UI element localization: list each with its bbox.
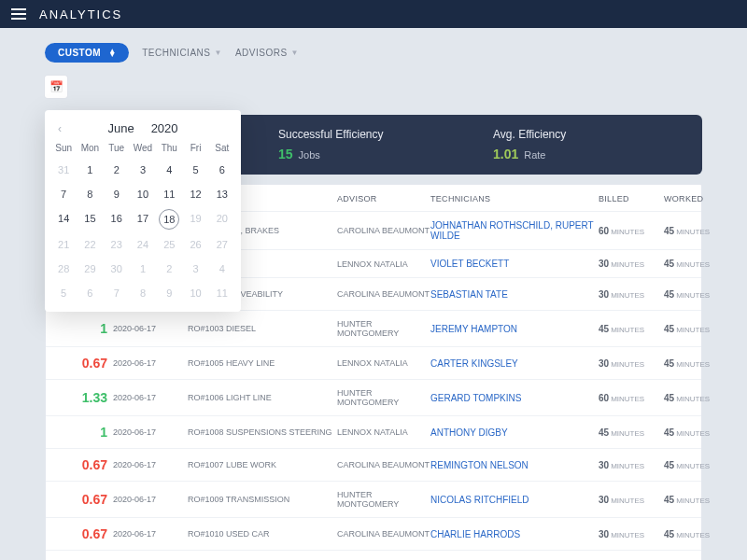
- cell-technicians[interactable]: JEREMY HAMPTON: [430, 324, 599, 334]
- cell-technicians[interactable]: CHARLIE HARRODS: [430, 529, 599, 539]
- cell-job: RO#1009 TRANSMISSION: [188, 495, 337, 504]
- table-row[interactable]: 0.672020-06-17RO#1005 HEAVY LINELENNOX N…: [46, 346, 701, 379]
- metric-successful: Successful Efficiency 15Jobs: [278, 128, 469, 161]
- calendar-month[interactable]: June: [107, 121, 134, 135]
- calendar-day[interactable]: 5: [182, 161, 208, 179]
- calendar-day[interactable]: 11: [156, 185, 182, 203]
- cell-job: RO#1003 DIESEL: [188, 324, 337, 333]
- cell-technicians[interactable]: ANTHONY DIGBY: [430, 427, 599, 438]
- cell-technicians[interactable]: SEBASTIAN TATE: [430, 289, 599, 300]
- cell-technicians[interactable]: VIOLET BECKETT: [430, 259, 599, 269]
- cell-date: 2020-06-17: [113, 460, 188, 469]
- calendar-day[interactable]: 8: [77, 185, 103, 203]
- calendar-dow: Sun: [50, 141, 77, 155]
- calendar-day: 2: [156, 259, 182, 278]
- cell-worked: 45MINUTES: [664, 289, 729, 300]
- calendar-day[interactable]: 9: [104, 185, 130, 203]
- calendar-day[interactable]: 4: [156, 161, 182, 179]
- table-row[interactable]: 0.672020-06-17RO#1009 TRANSMISSIONHUNTER…: [46, 481, 701, 517]
- cell-billed: 30MINUTES: [599, 358, 664, 369]
- cell-advisor: CAROLINA BEAUMONT: [337, 226, 430, 235]
- cell-worked: 45MINUTES: [664, 495, 729, 505]
- cell-technicians[interactable]: GERARD TOMPKINS: [430, 393, 599, 403]
- calendar-day: 11: [209, 284, 235, 302]
- cell-technicians[interactable]: JOHNATHAN ROTHSCHILDRUPERT WILDE: [430, 220, 599, 241]
- cell-worked: 45MINUTES: [664, 393, 729, 403]
- topbar: ANALYTICS: [0, 0, 747, 28]
- cell-billed: 30MINUTES: [599, 259, 664, 269]
- table-row[interactable]: 1.332020-06-17RO#1006 LIGHT LINEHUNTER M…: [46, 379, 701, 415]
- calendar-day[interactable]: 17: [130, 209, 156, 230]
- calendar-day: 31: [50, 161, 77, 179]
- cell-efficiency: 1.33: [57, 390, 113, 405]
- table-row[interactable]: 1.332020-06-17RO#1011 APPROVED WORK, BRA…: [46, 550, 701, 560]
- calendar-day: 25: [156, 235, 182, 254]
- table-row[interactable]: 0.672020-06-17RO#1010 USED CARCAROLINA B…: [46, 517, 701, 550]
- calendar-day[interactable]: 7: [50, 185, 77, 203]
- calendar-day[interactable]: 12: [182, 185, 208, 203]
- calendar-day[interactable]: 15: [77, 209, 103, 230]
- cell-worked: 45MINUTES: [664, 358, 729, 369]
- table-row[interactable]: 0.672020-06-17RO#1007 LUBE WORKCAROLINA …: [46, 448, 701, 481]
- calendar-day: 7: [104, 284, 130, 302]
- updown-icon: ▲▼: [108, 49, 116, 57]
- cell-worked: 45MINUTES: [664, 226, 729, 236]
- calendar-dow: Fri: [182, 141, 208, 155]
- cell-technicians[interactable]: REMINGTON NELSON: [430, 460, 599, 470]
- page-title: ANALYTICS: [39, 7, 122, 21]
- calendar-day: 28: [50, 259, 77, 278]
- date-range-pill[interactable]: CUSTOM ▲▼: [45, 43, 129, 63]
- cell-billed: 30MINUTES: [599, 529, 664, 539]
- calendar-dow: Sat: [209, 141, 235, 155]
- calendar-prev-icon[interactable]: ‹: [58, 122, 62, 135]
- filter-advisors[interactable]: ADVISORS▼: [235, 48, 299, 58]
- cell-efficiency: 0.67: [57, 492, 113, 507]
- cell-date: 2020-06-17: [113, 529, 188, 539]
- cell-worked: 45MINUTES: [664, 259, 729, 269]
- calendar-grid: SunMonTueWedThuFriSat3112345678910111213…: [50, 141, 235, 302]
- calendar-day: 26: [182, 235, 208, 254]
- calendar-day: 27: [209, 235, 235, 254]
- cell-worked: 45MINUTES: [664, 324, 729, 334]
- cell-date: 2020-06-17: [113, 495, 188, 504]
- cell-billed: 30MINUTES: [599, 460, 664, 470]
- calendar-dow: Mon: [77, 141, 103, 155]
- cell-billed: 45MINUTES: [599, 324, 664, 334]
- calendar-day[interactable]: 1: [77, 161, 103, 179]
- calendar-day[interactable]: 13: [209, 185, 235, 203]
- calendar-day: 30: [104, 259, 130, 278]
- cell-advisor: LENNOX NATALIA: [337, 259, 430, 269]
- cell-technicians[interactable]: CARTER KINGSLEY: [430, 358, 599, 369]
- calendar-day[interactable]: 2: [104, 161, 130, 179]
- cell-efficiency: 0.67: [57, 526, 113, 541]
- cell-job: RO#1008 SUSPENSIONS STEERING: [188, 427, 337, 437]
- table-row[interactable]: 12020-06-17RO#1003 DIESELHUNTER MONTGOME…: [46, 310, 701, 346]
- calendar-year[interactable]: 2020: [151, 121, 178, 135]
- calendar-day: 8: [130, 284, 156, 302]
- calendar-day: 6: [77, 284, 103, 302]
- cell-advisor: CAROLINA BEAUMONT: [337, 460, 430, 469]
- calendar-day[interactable]: 18: [159, 209, 179, 230]
- calendar-icon: 📅: [49, 80, 63, 93]
- filters-row: CUSTOM ▲▼ TECHNICIANS▼ ADVISORS▼: [45, 43, 702, 63]
- cell-advisor: HUNTER MONTGOMERY: [337, 490, 430, 509]
- calendar-day[interactable]: 16: [104, 209, 130, 230]
- date-range-label: CUSTOM: [58, 48, 101, 58]
- filter-technicians[interactable]: TECHNICIANS▼: [142, 48, 222, 58]
- cell-advisor: HUNTER MONTGOMERY: [337, 319, 430, 338]
- calendar-day[interactable]: 14: [50, 209, 77, 230]
- metric-avg: Avg. Efficiency 1.01Rate: [493, 128, 684, 161]
- page-body: CUSTOM ▲▼ TECHNICIANS▼ ADVISORS▼ 📅 ‹ Jun…: [0, 28, 747, 560]
- calendar-day: 9: [156, 284, 182, 302]
- cell-worked: 45MINUTES: [664, 529, 729, 539]
- menu-icon[interactable]: [11, 8, 26, 20]
- calendar-day[interactable]: 10: [130, 185, 156, 203]
- calendar-dow: Thu: [156, 141, 182, 155]
- cell-technicians[interactable]: NICOLAS RITCHFIELD: [430, 495, 599, 505]
- calendar-day[interactable]: 6: [209, 161, 235, 179]
- calendar-day: 21: [50, 235, 77, 254]
- table-row[interactable]: 12020-06-17RO#1008 SUSPENSIONS STEERINGL…: [46, 415, 701, 448]
- calendar-day[interactable]: 3: [130, 161, 156, 179]
- calendar-day: 20: [209, 209, 235, 230]
- calendar-button[interactable]: 📅: [45, 76, 67, 98]
